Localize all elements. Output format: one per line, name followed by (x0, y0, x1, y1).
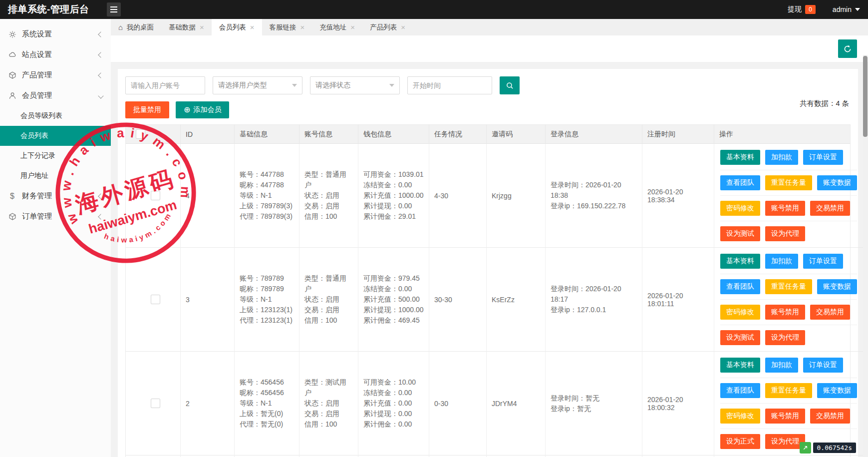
tab-service-link[interactable]: 客服链接 × (262, 19, 312, 35)
cell-login-info: 登录时间：2026-01-20 18:38登录ip：169.150.222.78 (546, 144, 642, 248)
status-select[interactable]: 请选择状态 (310, 76, 400, 94)
action-button[interactable]: 查看团队 (720, 175, 760, 190)
batch-disable-button[interactable]: 批量禁用 (125, 101, 169, 118)
action-button[interactable]: 查看团队 (720, 383, 760, 398)
withdraw-link[interactable]: 提现 0 (788, 5, 816, 14)
sidebar-item-product-management[interactable]: 产品管理 (0, 65, 111, 85)
cell-basic-info: 账号：456456昵称：456456等级：N-1上级：暂无(0)代理：暂无(0) (235, 352, 299, 456)
vertical-scrollbar[interactable] (863, 55, 868, 457)
refresh-button[interactable] (838, 39, 857, 58)
arrow-up-right-icon[interactable] (800, 442, 811, 454)
action-button[interactable]: 订单设置 (803, 358, 843, 373)
header-register-time: 注册时间 (642, 125, 714, 144)
user-type-select[interactable]: 请选择用户类型 (213, 76, 302, 94)
action-button[interactable]: 订单设置 (803, 254, 843, 269)
info-line: 冻结资金：0.00 (363, 388, 424, 398)
site-icon (7, 50, 17, 59)
account-search-input[interactable] (125, 76, 205, 94)
action-button[interactable]: 基本资料 (720, 254, 760, 269)
row-checkbox[interactable] (151, 295, 160, 304)
action-button[interactable]: 加扣款 (765, 150, 798, 165)
tab-my-desktop[interactable]: ⌂ 我的桌面 (111, 19, 161, 35)
info-line: 上级：123123(1) (240, 305, 294, 315)
info-line: 昵称：456456 (240, 388, 294, 398)
sidebar-item-member-list[interactable]: 会员列表 (0, 126, 111, 146)
load-time-widget: 0.067542s (800, 442, 856, 454)
action-button[interactable]: 账号禁用 (765, 305, 805, 320)
search-button[interactable] (500, 76, 520, 94)
close-icon[interactable]: × (200, 23, 204, 31)
user-menu[interactable]: admin (833, 5, 860, 13)
action-button[interactable]: 交易禁用 (810, 409, 850, 424)
action-button[interactable]: 加扣款 (765, 358, 798, 373)
app-title: 排单系统-管理后台 (0, 3, 100, 16)
info-line: 账号：447788 (240, 169, 294, 180)
info-line: 累计佣金：0.00 (363, 419, 424, 430)
home-icon: ⌂ (118, 23, 123, 31)
action-button[interactable]: 账号禁用 (765, 201, 805, 216)
action-button[interactable]: 密码修改 (720, 409, 760, 424)
row-checkbox[interactable] (151, 399, 160, 408)
cell-register-time: 2026-01-20 18:38:34 (642, 144, 714, 248)
start-time-input[interactable] (407, 76, 492, 94)
sidebar-item-order-management[interactable]: 订单管理 (0, 206, 111, 227)
action-button[interactable]: 重置任务量 (765, 279, 812, 294)
action-button[interactable]: 设为测试 (720, 226, 760, 241)
cell-invite-code: JDrYM4 (487, 352, 546, 456)
action-button[interactable]: 设为正式 (720, 434, 760, 449)
action-button[interactable]: 设为代理 (765, 330, 805, 345)
chevron-left-icon (98, 72, 103, 78)
tab-product-list[interactable]: 产品列表 × (362, 19, 413, 35)
chevron-left-icon (98, 214, 103, 219)
action-button[interactable]: 账变数据 (817, 175, 857, 190)
sidebar-item-finance-management[interactable]: $ 财务管理 (0, 186, 111, 206)
row-checkbox[interactable] (151, 191, 160, 200)
info-line: 账号：456456 (240, 377, 294, 388)
select-all-checkbox[interactable] (136, 129, 145, 139)
sidebar-item-system-settings[interactable]: 系统设置 (0, 24, 111, 44)
cell-account-info: 类型：测试用户状态：启用交易：启用信用：100 (299, 352, 358, 456)
sidebar-item-user-address[interactable]: 用户地址 (0, 166, 111, 186)
action-button[interactable]: 交易禁用 (810, 305, 850, 320)
info-line: 登录ip：127.0.0.1 (551, 305, 637, 315)
tab-member-list[interactable]: 会员列表 × (212, 19, 262, 35)
tab-recharge-address[interactable]: 充值地址 × (312, 19, 362, 35)
action-button[interactable]: 账号禁用 (765, 409, 805, 424)
sidebar-item-member-level-list[interactable]: 会员等级列表 (0, 106, 111, 126)
tab-label: 客服链接 (270, 23, 296, 32)
action-button[interactable]: 查看团队 (720, 279, 760, 294)
close-icon[interactable]: × (300, 23, 305, 31)
action-button[interactable]: 账变数据 (817, 279, 857, 294)
action-button[interactable]: 重置任务量 (765, 383, 812, 398)
sidebar-subitem-label: 用户地址 (20, 171, 48, 180)
action-button[interactable]: 设为代理 (765, 226, 805, 241)
cell-wallet-info: 可用资金：10.00冻结资金：0.00累计充值：0.00累计提现：0.00累计佣… (358, 352, 429, 456)
action-button[interactable]: 交易禁用 (810, 201, 850, 216)
cell-register-time: 2026-01-20 18:00:32 (642, 352, 714, 456)
sidebar-item-score-records[interactable]: 上下分记录 (0, 146, 111, 166)
action-button[interactable]: 密码修改 (720, 201, 760, 216)
action-button[interactable]: 重置任务量 (765, 175, 812, 190)
close-icon[interactable]: × (401, 23, 405, 31)
action-button[interactable]: 基本资料 (720, 358, 760, 373)
action-button-row: 设为测试设为代理 (720, 325, 857, 350)
sidebar-item-site-settings[interactable]: 站点设置 (0, 44, 111, 65)
action-button[interactable]: 账变数据 (817, 383, 857, 398)
member-table: ID 基础信息 账号信息 钱包信息 任务情况 邀请码 登录信息 注册时间 操作 … (125, 124, 851, 457)
close-icon[interactable]: × (350, 23, 355, 31)
info-line: 信用：100 (304, 419, 353, 430)
sidebar-item-label: 订单管理 (22, 212, 52, 221)
action-button[interactable]: 订单设置 (803, 150, 843, 165)
tab-basic-data[interactable]: 基础数据 × (161, 19, 212, 35)
add-member-button[interactable]: ⊕ 添加会员 (176, 101, 229, 118)
sidebar-item-member-management[interactable]: 会员管理 (0, 85, 111, 106)
action-button[interactable]: 设为测试 (720, 330, 760, 345)
info-line: 信用：100 (304, 315, 353, 326)
action-button[interactable]: 加扣款 (765, 254, 798, 269)
action-button[interactable]: 基本资料 (720, 150, 760, 165)
action-button[interactable]: 密码修改 (720, 305, 760, 320)
hamburger-icon (110, 6, 117, 7)
menu-toggle-button[interactable] (107, 2, 121, 16)
close-icon[interactable]: × (250, 23, 255, 31)
scrollbar-thumb[interactable] (863, 56, 868, 137)
